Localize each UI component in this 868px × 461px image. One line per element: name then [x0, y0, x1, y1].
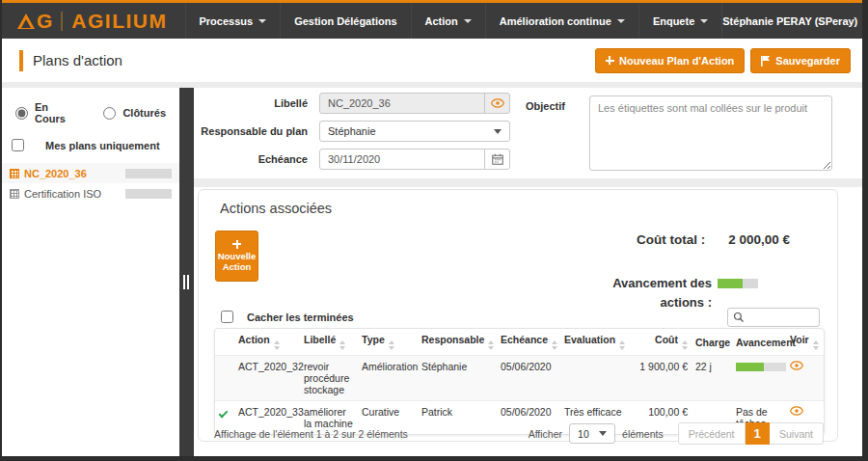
avancement-label: Avancement des actions :: [594, 274, 712, 312]
col-libelle[interactable]: Libellé: [300, 329, 358, 356]
avancement-progress-fill: [718, 279, 743, 288]
libelle-field-group: [319, 93, 510, 114]
eye-icon: [491, 98, 504, 108]
prev-page-button[interactable]: Précédent: [678, 422, 746, 445]
plan-list: NC_2020_36 Certification ISO: [2, 163, 179, 203]
caret-down-icon: [617, 19, 625, 23]
hide-done-checkbox[interactable]: [221, 311, 233, 323]
clotures-label: Clôturés: [122, 107, 166, 119]
sort-icon: [488, 340, 494, 350]
actions-card: Actions associées Nouvelle Action Coût t…: [198, 189, 838, 442]
nav-item-label: Action: [425, 15, 458, 27]
en-cours-radio[interactable]: [15, 107, 28, 120]
nav-item-label: Enquete: [653, 15, 694, 27]
sidebar: En Cours Clôturés Mes plans uniquement N…: [2, 88, 179, 456]
page-info: Affichage de l'élément 1 à 2 sur 2 éléme…: [214, 428, 408, 440]
libelle-cell: revoir procédure stockage: [300, 356, 358, 401]
caret-down-icon: [464, 19, 472, 23]
done-cell: [215, 356, 234, 401]
plan-grid-icon: [10, 189, 19, 199]
nav-item-processus[interactable]: Processus: [185, 3, 282, 39]
chevron-down-icon: [599, 431, 607, 436]
plan-form: Libellé: [194, 88, 862, 178]
nav-item-action[interactable]: Action: [412, 3, 486, 39]
objectif-textarea[interactable]: Les étiquettes sont mal collées sur le p…: [589, 95, 832, 171]
chevron-down-icon: [494, 129, 502, 134]
filter-clotures[interactable]: Clôturés: [103, 101, 166, 124]
logo-triangle-icon: [17, 14, 35, 29]
new-plan-label: Nouveau Plan d'Action: [619, 55, 734, 67]
logo[interactable]: G AGILIUM: [2, 3, 179, 39]
table-row[interactable]: ACT_2020_32 revoir procédure stockage Am…: [215, 356, 825, 401]
table-footer-controls: Afficher 10 éléments Précédent 1 Suivant: [529, 422, 824, 445]
new-plan-button[interactable]: Nouveau Plan d'Action: [595, 48, 745, 73]
page-size-select[interactable]: 10: [569, 423, 615, 444]
echeance-field-group: [319, 149, 510, 170]
action-cell: ACT_2020_32: [234, 356, 300, 401]
responsable-select[interactable]: Stéphanie: [319, 121, 510, 142]
nav-menu: Processus Gestion Délégations Action Amé…: [185, 3, 723, 39]
divider-grip-icon: [183, 275, 189, 289]
col-voir[interactable]: Voir: [786, 329, 825, 356]
echeance-input[interactable]: [320, 153, 484, 165]
new-action-label: Nouvelle Action: [216, 252, 258, 273]
plan-progress-track: [125, 169, 172, 178]
search-input[interactable]: [745, 312, 814, 323]
echeance-cell: 05/06/2020: [497, 356, 560, 401]
logo-mark: G: [37, 10, 52, 33]
col-action[interactable]: Action: [234, 329, 300, 356]
avancement-cell: [732, 356, 786, 401]
current-page-button[interactable]: 1: [746, 422, 770, 445]
libelle-input[interactable]: [320, 97, 484, 109]
plan-label: NC_2020_36: [24, 168, 87, 179]
type-cell: Amélioration: [358, 356, 418, 401]
next-page-button[interactable]: Suivant: [770, 422, 824, 445]
plan-status-filters: En Cours Clôturés: [2, 97, 179, 130]
col-avancement[interactable]: Avancement: [732, 329, 786, 356]
col-cout[interactable]: Coût: [634, 329, 692, 356]
clotures-radio[interactable]: [103, 107, 116, 120]
col-evaluation[interactable]: Evaluation: [560, 329, 634, 356]
navbar-right: Stéphanie PERAY (SPeray) ?: [722, 3, 868, 39]
col-echeance[interactable]: Echéance: [497, 329, 560, 356]
plan-grid-icon: [10, 169, 19, 178]
objectif-label: Objectif: [526, 100, 565, 112]
my-plans-label: Mes plans uniquement: [45, 140, 160, 151]
plan-list-item[interactable]: Certification ISO: [2, 183, 179, 203]
new-action-button[interactable]: Nouvelle Action: [215, 230, 258, 282]
my-plans-checkbox[interactable]: [12, 139, 24, 151]
date-picker-button[interactable]: [484, 149, 509, 169]
my-plans-filter[interactable]: Mes plans uniquement: [2, 130, 179, 157]
sidebar-resize-divider[interactable]: [179, 88, 194, 456]
row-progress-track: [736, 363, 786, 371]
voir-cell[interactable]: [786, 356, 825, 401]
charge-cell: 22 j: [692, 356, 732, 401]
filter-en-cours[interactable]: En Cours: [15, 101, 78, 124]
logo-separator: [61, 12, 63, 31]
save-label: Sauvegarder: [775, 55, 840, 67]
plan-list-item[interactable]: NC_2020_36: [2, 163, 179, 183]
responsable-label: Responsable du plan: [194, 125, 319, 137]
eye-icon: [790, 361, 803, 370]
nav-item-gestion-delegations[interactable]: Gestion Délégations: [281, 3, 411, 39]
page-size-value: 10: [578, 428, 589, 440]
table-search: [727, 308, 820, 327]
col-type[interactable]: Type: [358, 329, 418, 356]
col-charge[interactable]: Charge: [692, 329, 732, 356]
calendar-icon: [492, 153, 503, 165]
actions-title: Actions associées: [220, 201, 332, 216]
nav-item-enquete[interactable]: Enquete: [639, 3, 722, 39]
afficher-label: Afficher: [529, 428, 562, 440]
plan-label: Certification ISO: [24, 188, 101, 200]
nav-item-amelioration-continue[interactable]: Amélioration continue: [486, 3, 639, 39]
hide-done-filter[interactable]: Cacher les terminées: [221, 311, 354, 323]
save-button[interactable]: Sauvegarder: [750, 48, 851, 73]
cout-cell: 1 900,00 €: [634, 356, 692, 401]
title-accent-bar: [19, 50, 23, 71]
pagination: Précédent 1 Suivant: [678, 422, 824, 445]
col-responsable[interactable]: Responsable: [418, 329, 497, 356]
eye-icon: [790, 406, 803, 416]
col-done: [215, 329, 234, 356]
libelle-view-button[interactable]: [484, 94, 509, 113]
sort-icon: [339, 340, 345, 350]
